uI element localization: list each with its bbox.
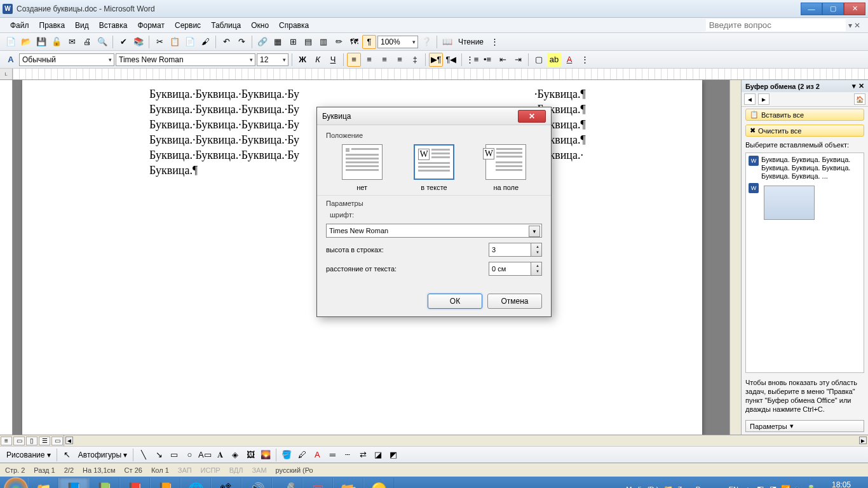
bullets-icon[interactable]: •≡ [480,53,494,67]
mail-icon[interactable]: ✉ [65,35,79,49]
dialog-close-button[interactable]: ✕ [518,110,546,123]
position-none-option[interactable]: нет [342,144,383,191]
vertical-ruler[interactable] [0,80,13,435]
tray-folder-icon[interactable]: 📁 [663,484,674,488]
taskbar-volume-icon[interactable]: 🔊 [241,478,272,488]
menu-edit[interactable]: Правка [34,20,71,31]
toolbar-overflow-icon-2[interactable]: ⋮ [578,53,592,67]
undo-icon[interactable]: ↶ [219,35,233,49]
paste-all-button[interactable]: 📋Вставить все [745,109,864,121]
italic-icon[interactable]: К [311,53,325,67]
maximize-button[interactable]: ▢ [822,3,844,15]
highlight-icon[interactable]: ab [547,53,561,67]
paste-icon[interactable]: 📄 [183,35,197,49]
font-color-icon[interactable]: A [562,53,576,67]
taskbar-folder-icon[interactable]: 📂 [333,478,363,488]
drawing-toggle-icon[interactable]: ✏ [332,35,346,49]
status-ext[interactable]: ВДЛ [229,466,243,474]
oval-icon[interactable]: ○ [182,448,196,462]
cut-icon[interactable]: ✂ [153,35,166,49]
taskbar-word-icon[interactable]: 📘 [58,478,89,488]
tray-zona-label[interactable]: Zona Dow [675,485,712,488]
preview-icon[interactable]: 🔍 [95,35,109,49]
outdent-icon[interactable]: ⇤ [496,53,510,67]
menu-table[interactable]: Таблица [206,20,246,31]
clipart-icon[interactable]: 🖼 [243,448,257,462]
font-combo[interactable]: Times New Roman [326,224,542,238]
home-icon[interactable]: 🏠 [854,93,865,105]
line-color-icon[interactable]: 🖊 [295,448,309,462]
columns-icon[interactable]: ▥ [316,35,330,49]
taskbar-globe-icon[interactable]: 🌐 [180,478,211,488]
ok-button[interactable]: ОК [428,294,482,309]
clipboard-item[interactable]: W Буквица. Буквица. Буквица. Буквица. Бу… [747,154,862,182]
rtl-icon[interactable]: ¶◀ [444,53,458,67]
diagram-icon[interactable]: ◈ [228,448,242,462]
print-view-icon[interactable]: ▯ [26,437,37,445]
help-dropdown-icon[interactable]: ▾ ✕ [846,21,863,30]
picture-icon[interactable]: 🌄 [259,448,273,462]
borders-icon[interactable]: ▢ [532,53,546,67]
textbox-icon[interactable]: A▭ [198,448,212,462]
tray-network-icon[interactable]: 📶 [780,484,792,488]
taskbar-mic-icon[interactable]: 🎤 [272,478,302,488]
start-button[interactable] [4,477,28,488]
horizontal-scrollbar[interactable]: ◄ ► [64,435,868,446]
redo-icon[interactable]: ↷ [234,35,248,49]
reading-label[interactable]: Чтение [456,37,486,46]
format-painter-icon[interactable]: 🖌 [198,35,212,49]
taskbar-excel-icon[interactable]: 📗 [89,478,119,488]
show-marks-icon[interactable]: ¶ [362,35,376,49]
lines-spinner[interactable]: 3 [489,243,542,257]
status-language[interactable]: русский (Ро [276,466,313,474]
research-icon[interactable]: 📚 [132,35,146,49]
tray-chevron-icon[interactable]: » [714,484,725,488]
font-combo[interactable]: Times New Roman [116,53,255,66]
new-doc-icon[interactable]: 📄 [4,35,18,49]
clipboard-items-list[interactable]: W Буквица. Буквица. Буквица. Буквица. Бу… [745,152,864,373]
justify-icon[interactable]: ≡ [393,53,407,67]
tray-app1-icon[interactable]: ◧ [755,484,766,488]
select-objects-icon[interactable]: ↖ [60,448,74,462]
align-center-icon[interactable]: ≡ [362,53,376,67]
hyperlink-icon[interactable]: 🔗 [255,35,269,49]
insert-table-icon[interactable]: ⊞ [286,35,300,49]
menu-help[interactable]: Справка [274,20,314,31]
tray-show-hidden-icon[interactable]: ▲ [742,484,754,488]
reading-view-icon[interactable]: ▭ [51,437,63,445]
menu-insert[interactable]: Вставка [94,20,133,31]
distance-spinner[interactable]: 0 см [489,262,542,276]
dash-style-icon[interactable]: ┄ [341,448,355,462]
arrow-icon[interactable]: ↘ [152,448,166,462]
menu-format[interactable]: Формат [132,20,170,31]
tray-clock[interactable]: 18:05 03.07.2014 [818,481,864,488]
style-combo[interactable]: Обычный [19,53,114,66]
align-left-icon[interactable]: ≡ [347,53,361,67]
tray-lang[interactable]: EN [726,485,741,488]
read-icon[interactable]: 📖 [440,35,454,49]
taskbar-ppt-icon[interactable]: 📽 [211,478,241,488]
web-view-icon[interactable]: ▭ [13,437,25,445]
vertical-scrollbar[interactable] [729,80,741,435]
ltr-icon[interactable]: ▶¶ [429,53,443,67]
outline-view-icon[interactable]: ☰ [39,437,50,445]
print-icon[interactable]: 🖨 [80,35,94,49]
tray-media-label[interactable]: Media (D:) [623,485,661,488]
horizontal-ruler[interactable]: L [0,69,868,80]
numbering-icon[interactable]: ⋮≡ [465,53,479,67]
clipboard-item[interactable]: W [747,182,862,224]
rectangle-icon[interactable]: ▭ [167,448,181,462]
spellcheck-icon[interactable]: ✔ [116,35,130,49]
taskbar-chrome-icon[interactable]: 🟡 [363,478,394,488]
minimize-button[interactable]: — [801,3,822,15]
taskbar-app-icon[interactable]: ▣ [302,478,333,488]
autoshapes-menu[interactable]: Автофигуры ▾ [76,451,130,459]
docmap-icon[interactable]: 🗺 [347,35,361,49]
taskbar-onenote-icon[interactable]: 📕 [119,478,150,488]
cancel-button[interactable]: Отмена [487,294,542,309]
excel-icon[interactable]: ▤ [301,35,315,49]
help-icon[interactable]: ❔ [419,35,433,49]
clear-all-button[interactable]: ✖Очистить все [745,125,864,137]
menu-view[interactable]: Вид [70,20,94,31]
underline-icon[interactable]: Ч [326,53,340,67]
